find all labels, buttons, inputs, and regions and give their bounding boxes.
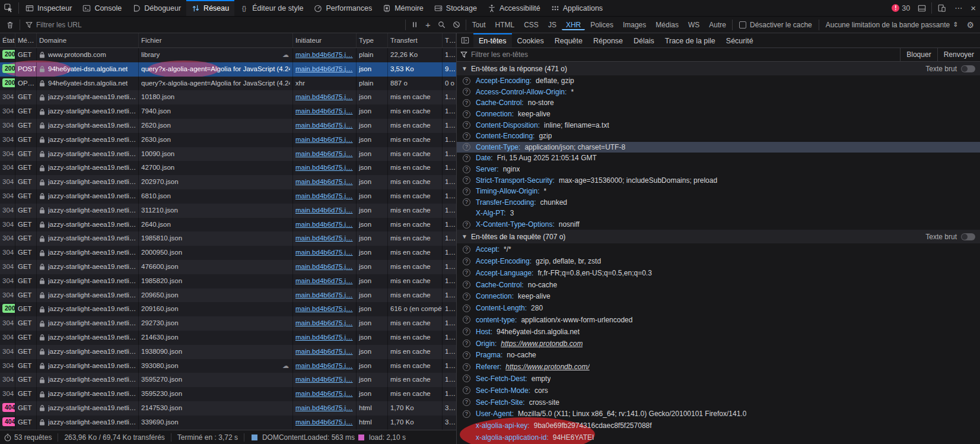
- filter-type-ws[interactable]: WS: [684, 20, 704, 30]
- header-row[interactable]: x-algolia-application-id:94HE6YATEI: [457, 432, 980, 443]
- header-row[interactable]: ?Accept:*/*: [457, 243, 980, 255]
- help-icon[interactable]: ?: [463, 363, 470, 371]
- header-row[interactable]: ?Content-Encoding:gzip: [457, 131, 980, 142]
- initiator-link[interactable]: main.bd4b6d75.j…: [295, 404, 353, 411]
- help-icon[interactable]: ?: [463, 375, 470, 382]
- request-row[interactable]: 304GETjazzy-starlight-aeea19.netli…20965…: [0, 288, 456, 303]
- initiator-link[interactable]: main.bd4b6d75.j…: [295, 263, 353, 270]
- block-button[interactable]: Bloquer: [900, 48, 937, 61]
- resend-button[interactable]: Renvoyer: [937, 48, 980, 61]
- toolbox-tab-reseau[interactable]: Réseau: [186, 0, 234, 16]
- help-icon[interactable]: ?: [463, 328, 470, 335]
- header-row[interactable]: ?Date:Fri, 15 Aug 2025 21:05:14 GMT: [457, 153, 980, 164]
- toolbox-tab-performances[interactable]: Performances: [308, 0, 377, 16]
- filter-type-polices[interactable]: Polices: [586, 20, 618, 30]
- request-row[interactable]: 200GETwww.protondb.comlibrary☁main.bd4b6…: [0, 48, 456, 62]
- initiator-link[interactable]: main.bd4b6d75.j…: [295, 221, 353, 228]
- filter-type-css[interactable]: CSS: [520, 20, 543, 30]
- filter-type-html[interactable]: HTML: [491, 20, 519, 30]
- initiator-link[interactable]: main.bd4b6d75.j…: [295, 348, 353, 355]
- header-row[interactable]: ?Cache-Control:no-cache: [457, 279, 980, 291]
- help-icon[interactable]: ?: [463, 121, 470, 129]
- header-row[interactable]: ?Strict-Transport-Security:max-age=31536…: [457, 175, 980, 186]
- request-row[interactable]: 304GETjazzy-starlight-aeea19.netli…47660…: [0, 260, 456, 274]
- header-row[interactable]: ?Sec-Fetch-Mode:cors: [457, 385, 980, 397]
- header-row[interactable]: ?Content-Type:application/json; charset=…: [457, 142, 980, 153]
- column-header[interactable]: T…: [443, 33, 456, 47]
- headers-filter-input[interactable]: [471, 50, 900, 59]
- request-row[interactable]: 304GETjazzy-starlight-aeea19.netli…19380…: [0, 345, 456, 359]
- request-row[interactable]: 304GETjazzy-starlight-aeea19.netli…20297…: [0, 175, 456, 189]
- column-header[interactable]: Transfert: [388, 33, 443, 47]
- header-value[interactable]: https://www.protondb.com/: [505, 363, 589, 371]
- throttling-select[interactable]: Aucune limitation de la bande passante ⇕: [821, 21, 963, 29]
- help-icon[interactable]: ?: [463, 398, 470, 406]
- header-row[interactable]: ?X-Content-Type-Options:nosniff: [457, 219, 980, 230]
- request-row[interactable]: 304GETjazzy-starlight-aeea19.netli…2640.…: [0, 218, 456, 232]
- raw-toggle-switch[interactable]: [961, 233, 975, 240]
- help-icon[interactable]: ?: [463, 99, 470, 107]
- help-icon[interactable]: ?: [463, 77, 470, 85]
- header-row[interactable]: ?Accept-Encoding:gzip, deflate, br, zstd: [457, 255, 980, 267]
- request-row[interactable]: 304GETjazzy-starlight-aeea19.netli…29273…: [0, 316, 456, 331]
- header-row[interactable]: ?Server:nginx: [457, 164, 980, 175]
- request-headers-section-header[interactable]: ▼ En-têtes de la requête (707 o) Texte b…: [457, 230, 980, 243]
- raw-toggle-switch[interactable]: [961, 65, 975, 72]
- help-icon[interactable]: ?: [463, 293, 470, 300]
- initiator-link[interactable]: main.bd4b6d75.j…: [295, 51, 353, 58]
- request-row[interactable]: 304GETjazzy-starlight-aeea19.netli…31121…: [0, 204, 456, 218]
- initiator-link[interactable]: main.bd4b6d75.j…: [295, 93, 353, 100]
- filter-type-tout[interactable]: Tout: [468, 20, 490, 30]
- help-icon[interactable]: ?: [463, 110, 470, 118]
- header-row[interactable]: ?User-Agent:Mozilla/5.0 (X11; Linux x86_…: [457, 408, 980, 420]
- help-icon[interactable]: ?: [463, 143, 470, 151]
- new-request-button[interactable]: +: [422, 17, 434, 33]
- initiator-link[interactable]: main.bd4b6d75.j…: [295, 376, 353, 383]
- initiator-link[interactable]: main.bd4b6d75.j…: [295, 319, 353, 326]
- details-tab-r-ponse[interactable]: Réponse: [588, 33, 628, 47]
- request-row[interactable]: 304GETjazzy-starlight-aeea19.netli…10090…: [0, 147, 456, 161]
- header-row[interactable]: ?Connection:keep-alive: [457, 291, 980, 303]
- initiator-link[interactable]: main.bd4b6d75.j…: [295, 291, 353, 299]
- header-row[interactable]: ?content-type:application/x-www-form-url…: [457, 314, 980, 326]
- request-row[interactable]: 404GETjazzy-starlight-aeea19.netli…21475…: [0, 401, 456, 416]
- initiator-link[interactable]: main.bd4b6d75.j…: [295, 277, 353, 284]
- toolbox-tab-debogueur[interactable]: Débogueur: [127, 0, 186, 16]
- pause-log-button[interactable]: [408, 17, 422, 33]
- initiator-link[interactable]: main.bd4b6d75.j…: [295, 305, 353, 312]
- header-row[interactable]: ?Cache-Control:no-store: [457, 97, 980, 109]
- column-header[interactable]: Domaine: [37, 33, 139, 47]
- filter-type-autre[interactable]: Autre: [705, 20, 730, 30]
- header-row[interactable]: ?Sec-Fetch-Dest:empty: [457, 373, 980, 385]
- header-row[interactable]: ?Sec-Fetch-Site:cross-site: [457, 397, 980, 408]
- error-count-button[interactable]: ! 30: [888, 0, 914, 16]
- details-tab-requ-te[interactable]: Requête: [549, 33, 588, 47]
- header-row[interactable]: ?Connection:keep-alive: [457, 109, 980, 120]
- disable-cache-option[interactable]: Désactiver le cache: [734, 21, 817, 29]
- request-row[interactable]: 304GETjazzy-starlight-aeea19.netli…20009…: [0, 246, 456, 260]
- request-row[interactable]: 304GETjazzy-starlight-aeea19.netli…21463…: [0, 331, 456, 345]
- clear-requests-button[interactable]: [2, 17, 18, 33]
- initiator-link[interactable]: main.bd4b6d75.j…: [295, 418, 353, 426]
- request-row[interactable]: 200GETjazzy-starlight-aeea19.netli…20916…: [0, 302, 456, 316]
- filter-type-xhr[interactable]: XHR: [562, 20, 585, 30]
- header-row[interactable]: ?Accept-Encoding:deflate, gzip: [457, 75, 980, 87]
- block-request-button[interactable]: [449, 17, 464, 33]
- help-icon[interactable]: ?: [463, 351, 470, 359]
- toolbox-tab-console[interactable]: Console: [77, 0, 127, 16]
- toolbox-tab-applications[interactable]: Applications: [546, 0, 608, 16]
- initiator-link[interactable]: main.bd4b6d75.j…: [295, 122, 353, 129]
- header-row[interactable]: ?Content-Length:280: [457, 302, 980, 314]
- initiator-link[interactable]: main.bd4b6d75.j…: [295, 234, 353, 242]
- filter-type-js[interactable]: JS: [544, 20, 561, 30]
- stopwatch-icon[interactable]: [4, 433, 12, 442]
- help-icon[interactable]: ?: [463, 340, 470, 347]
- toolbox-tab-stockage[interactable]: Stockage: [429, 0, 482, 16]
- help-icon[interactable]: ?: [463, 246, 470, 253]
- request-row[interactable]: 304GETjazzy-starlight-aeea19.netli…2620.…: [0, 119, 456, 133]
- header-row[interactable]: ?Host:94he6yatei-dsn.algolia.net: [457, 326, 980, 338]
- request-row[interactable]: 304GETjazzy-starlight-aeea19.netli…10180…: [0, 90, 456, 104]
- column-header[interactable]: Fichier: [139, 33, 293, 47]
- close-devtools-button[interactable]: ×: [966, 0, 980, 16]
- header-row[interactable]: ?Access-Control-Allow-Origin:*: [457, 87, 980, 98]
